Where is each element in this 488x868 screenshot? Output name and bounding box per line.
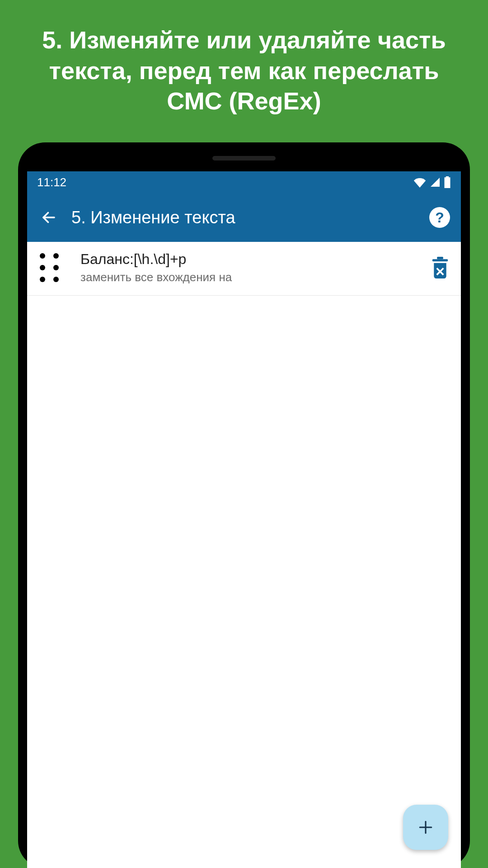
plus-icon — [418, 820, 433, 835]
trash-icon — [431, 257, 450, 278]
help-button[interactable]: ? — [429, 207, 450, 228]
status-bar: 11:12 — [27, 171, 461, 193]
status-time: 11:12 — [37, 175, 66, 189]
list-item[interactable]: Баланс:[\h.\d]+р заменить все вхождения … — [27, 242, 461, 296]
drag-handle-icon[interactable] — [40, 253, 62, 282]
delete-button[interactable] — [429, 257, 451, 278]
svg-rect-1 — [432, 259, 448, 261]
status-icons — [413, 176, 451, 188]
app-bar: 5. Изменение текста ? — [27, 193, 461, 242]
cell-signal-icon — [429, 177, 441, 188]
add-button[interactable] — [403, 805, 448, 850]
battery-icon — [444, 176, 451, 188]
screen: 11:12 5. Изменение текста ? Бал — [27, 171, 461, 868]
device-frame: 11:12 5. Изменение текста ? Бал — [18, 142, 470, 868]
rule-description: заменить все вхождения на — [80, 270, 429, 284]
svg-rect-2 — [437, 257, 443, 259]
speaker-slot — [212, 156, 276, 160]
help-icon: ? — [435, 209, 444, 226]
rule-pattern: Баланс:[\h.\d]+р — [80, 251, 429, 268]
back-button[interactable] — [35, 204, 62, 231]
list-item-text: Баланс:[\h.\d]+р заменить все вхождения … — [80, 251, 429, 284]
arrow-left-icon — [41, 209, 57, 226]
rules-list: Баланс:[\h.\d]+р заменить все вхождения … — [27, 242, 461, 296]
page-title: 5. Изменение текста — [71, 208, 429, 227]
promo-heading: 5. Изменяйте или удаляйте часть текста, … — [0, 0, 488, 117]
wifi-icon — [413, 177, 427, 188]
